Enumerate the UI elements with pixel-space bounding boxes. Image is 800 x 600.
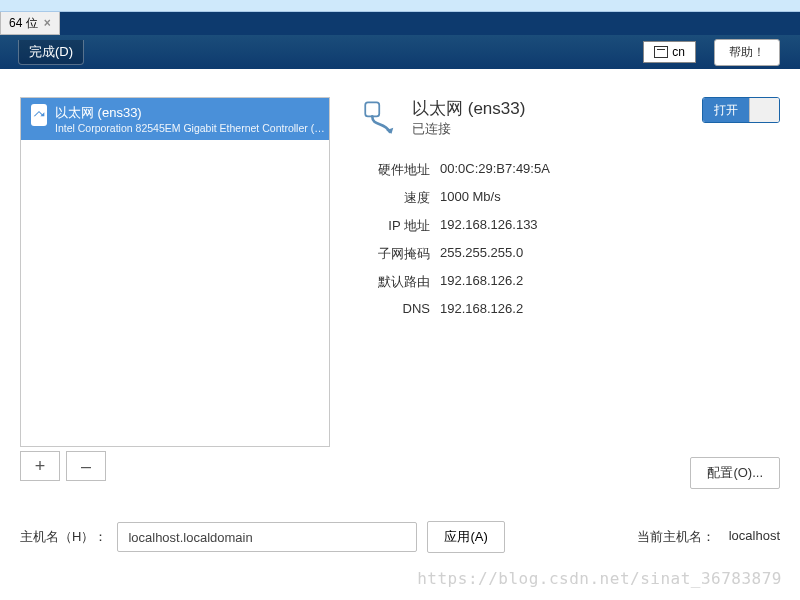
- interface-list: 以太网 (ens33) Intel Corporation 82545EM Gi…: [20, 97, 330, 447]
- toggle-knob: [749, 98, 779, 122]
- arch-tab-label: 64 位: [9, 15, 38, 32]
- property-row: 硬件地址00:0C:29:B7:49:5A: [360, 161, 780, 179]
- property-value: 00:0C:29:B7:49:5A: [440, 161, 550, 179]
- property-value: 192.168.126.133: [440, 217, 538, 235]
- property-label: IP 地址: [360, 217, 430, 235]
- current-hostname-value: localhost: [729, 528, 780, 546]
- toggle-label: 打开: [703, 98, 749, 122]
- property-value: 192.168.126.2: [440, 273, 523, 291]
- detail-title: 以太网 (ens33): [412, 97, 525, 120]
- top-bar: 完成(D) cn 帮助！: [0, 35, 800, 69]
- ethernet-icon: [31, 104, 47, 126]
- interface-list-item[interactable]: 以太网 (ens33) Intel Corporation 82545EM Gi…: [21, 98, 329, 140]
- keyboard-icon: [654, 46, 668, 58]
- property-row: 默认路由192.168.126.2: [360, 273, 780, 291]
- connection-toggle[interactable]: 打开: [702, 97, 780, 123]
- property-row: 速度1000 Mb/s: [360, 189, 780, 207]
- detail-properties: 硬件地址00:0C:29:B7:49:5A速度1000 Mb/sIP 地址192…: [360, 161, 780, 316]
- ethernet-large-icon: [360, 97, 402, 139]
- property-value: 192.168.126.2: [440, 301, 523, 316]
- page-body: 以太网 (ens33) Intel Corporation 82545EM Gi…: [0, 69, 800, 600]
- add-interface-button[interactable]: +: [20, 451, 60, 481]
- close-icon[interactable]: ×: [44, 16, 51, 30]
- hostname-row: 主机名（H）： 应用(A) 当前主机名： localhost: [20, 521, 780, 553]
- remove-interface-button[interactable]: –: [66, 451, 106, 481]
- interface-detail-column: 以太网 (ens33) 已连接 打开 硬件地址00:0C:29:B7:49:5A…: [360, 97, 780, 481]
- hostname-label: 主机名（H）：: [20, 528, 107, 546]
- input-method-label: cn: [672, 45, 685, 59]
- property-label: 子网掩码: [360, 245, 430, 263]
- property-row: 子网掩码255.255.255.0: [360, 245, 780, 263]
- apply-hostname-button[interactable]: 应用(A): [427, 521, 504, 553]
- configure-button[interactable]: 配置(O)...: [690, 457, 780, 489]
- interface-list-column: 以太网 (ens33) Intel Corporation 82545EM Gi…: [20, 97, 330, 481]
- property-value: 1000 Mb/s: [440, 189, 501, 207]
- interface-subtitle: Intel Corporation 82545EM Gigabit Ethern…: [55, 122, 325, 134]
- property-value: 255.255.255.0: [440, 245, 523, 263]
- detail-status: 已连接: [412, 120, 525, 138]
- watermark: https://blog.csdn.net/sinat_36783879: [417, 569, 782, 588]
- property-label: 速度: [360, 189, 430, 207]
- window-titlebar: [0, 0, 800, 12]
- interface-title: 以太网 (ens33): [55, 104, 325, 122]
- property-row: DNS192.168.126.2: [360, 301, 780, 316]
- hostname-input[interactable]: [117, 522, 417, 552]
- property-label: 默认路由: [360, 273, 430, 291]
- current-hostname-label: 当前主机名：: [637, 528, 715, 546]
- input-method-indicator[interactable]: cn: [643, 41, 696, 63]
- property-row: IP 地址192.168.126.133: [360, 217, 780, 235]
- arch-tab[interactable]: 64 位 ×: [0, 12, 60, 35]
- property-label: DNS: [360, 301, 430, 316]
- help-button[interactable]: 帮助！: [714, 39, 780, 66]
- done-button[interactable]: 完成(D): [18, 40, 84, 65]
- svg-rect-0: [365, 102, 379, 116]
- property-label: 硬件地址: [360, 161, 430, 179]
